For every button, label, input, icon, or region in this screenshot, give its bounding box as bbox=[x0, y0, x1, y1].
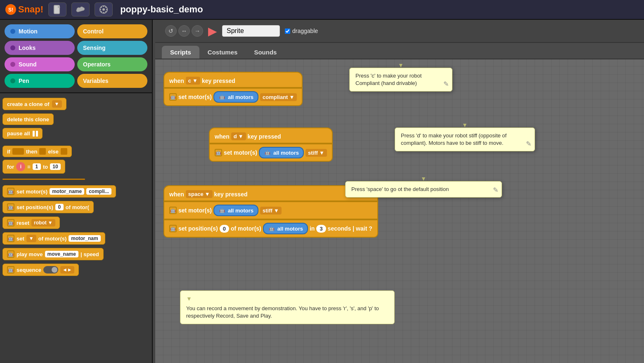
sequence-block[interactable]: 🤖 sequence ◄► bbox=[2, 262, 149, 277]
scripts-canvas[interactable]: when c ▼ key pressed 🤖 set motor(s) 🤖 al… bbox=[155, 59, 644, 363]
pause-all-block[interactable]: pause all bbox=[2, 127, 149, 140]
all-motors-pill-c[interactable]: 🤖 all motors bbox=[213, 91, 258, 103]
if-then-else-block[interactable]: if then else bbox=[2, 145, 149, 158]
set-position-block-space[interactable]: 🤖 set position(s) 0 of motor(s) 🤖 all mo… bbox=[163, 219, 378, 238]
hat-block-d[interactable]: when d ▼ key pressed bbox=[209, 127, 333, 144]
all-motors-pill-d[interactable]: 🤖 all motors bbox=[259, 147, 304, 158]
category-buttons: Motion Control Looks Sensing Sound Opera… bbox=[0, 20, 152, 93]
sprite-bar: ↺ ↔ → ▶ draggable bbox=[155, 20, 644, 43]
set-of-motors-block[interactable]: 🤖 set ▼ of motor(s) motor_nam bbox=[2, 231, 149, 246]
delete-clone-block[interactable]: delete this clone bbox=[2, 112, 149, 126]
draggable-checkbox[interactable]: draggable bbox=[285, 28, 318, 34]
script-group-1[interactable]: when c ▼ key pressed 🤖 set motor(s) 🤖 al… bbox=[163, 72, 303, 106]
set-motor-block-space[interactable]: 🤖 set motor(s) 🤖 all motors stiff ▼ bbox=[163, 201, 378, 219]
svg-text:S!: S! bbox=[8, 7, 13, 13]
category-sound[interactable]: Sound bbox=[5, 57, 75, 71]
play-move-block[interactable]: 🤖 play move move_name | speed bbox=[2, 247, 149, 262]
mode-dropdown-space[interactable]: stiff ▼ bbox=[260, 207, 282, 214]
category-operators[interactable]: Operators bbox=[77, 57, 147, 71]
set-motors-block[interactable]: 🤖 set motor(s) motor_name compli... bbox=[2, 184, 149, 199]
right-area: ↺ ↔ → ▶ draggable Scripts Costumes Sound… bbox=[155, 20, 644, 363]
rotate-icon[interactable]: ↺ bbox=[165, 25, 177, 37]
nav-icons: ↺ ↔ → bbox=[165, 25, 203, 37]
blocks-palette: create a clone of ▼ delete this clone pa… bbox=[0, 93, 152, 363]
all-motors-pill-space[interactable]: 🤖 all motors bbox=[213, 205, 258, 216]
resize-icon[interactable]: ↔ bbox=[178, 25, 190, 37]
key-dropdown-d[interactable]: d ▼ bbox=[231, 132, 246, 140]
tab-sounds[interactable]: Sounds bbox=[246, 46, 285, 59]
settings-button[interactable] bbox=[95, 2, 113, 16]
sprite-name-input[interactable] bbox=[222, 25, 280, 37]
set-position-block[interactable]: 🤖 set position(s) 0 of motor( bbox=[2, 200, 149, 214]
new-file-button[interactable] bbox=[48, 2, 66, 16]
mode-dropdown-c[interactable]: compliant ▼ bbox=[260, 93, 297, 101]
mode-dropdown-d[interactable]: stiff ▼ bbox=[305, 149, 327, 157]
sprite-icon: ▶ bbox=[208, 24, 217, 38]
tooltip-3: Press 'space' to go ot the default posit… bbox=[345, 181, 502, 198]
category-pen[interactable]: Pen bbox=[5, 74, 75, 88]
key-dropdown-c[interactable]: c ▼ bbox=[186, 77, 200, 85]
all-motors-pill-space2[interactable]: 🤖 all motors bbox=[263, 223, 308, 234]
tab-scripts[interactable]: Scripts bbox=[162, 46, 199, 59]
tooltip-2: Press 'd' to make your robot stiff (oppo… bbox=[395, 127, 535, 151]
set-motor-block-d[interactable]: 🤖 set motor(s) 🤖 all motors stiff ▼ bbox=[209, 144, 333, 162]
set-motor-block-c[interactable]: 🤖 set motor(s) 🤖 all motors compliant ▼ bbox=[163, 88, 303, 106]
arrow-icon[interactable]: → bbox=[192, 25, 203, 37]
svg-point-4 bbox=[102, 8, 105, 11]
hat-block-c[interactable]: when c ▼ key pressed bbox=[163, 72, 303, 88]
project-title: poppy-basic_demo bbox=[120, 4, 203, 15]
script-group-2[interactable]: when d ▼ key pressed 🤖 set motor(s) 🤖 al… bbox=[209, 127, 333, 162]
tab-costumes[interactable]: Costumes bbox=[199, 46, 246, 59]
create-clone-block[interactable]: create a clone of ▼ bbox=[2, 97, 149, 111]
left-panel: Motion Control Looks Sensing Sound Opera… bbox=[0, 20, 153, 363]
category-variables[interactable]: Variables bbox=[77, 74, 147, 88]
tooltip-1: Press 'c' to make your robot Compliant (… bbox=[349, 68, 452, 92]
cloud-button[interactable] bbox=[71, 2, 90, 16]
top-bar: S! Snap! poppy-basic_demo bbox=[0, 0, 644, 20]
key-dropdown-space[interactable]: space ▼ bbox=[186, 190, 213, 198]
category-control[interactable]: Control bbox=[77, 24, 147, 38]
snap-logo[interactable]: S! Snap! bbox=[5, 4, 43, 15]
tooltip-4: ▼ You can record a movement by demonstra… bbox=[180, 290, 395, 324]
category-looks[interactable]: Looks bbox=[5, 41, 75, 55]
reset-block[interactable]: 🤖 reset robot ▼ bbox=[2, 215, 149, 230]
for-loop-block[interactable]: for i = 1 to 10 bbox=[2, 159, 149, 174]
script-tabs: Scripts Costumes Sounds bbox=[155, 43, 644, 59]
main-area: Motion Control Looks Sensing Sound Opera… bbox=[0, 20, 644, 363]
category-sensing[interactable]: Sensing bbox=[77, 41, 147, 55]
category-motion[interactable]: Motion bbox=[5, 24, 75, 38]
